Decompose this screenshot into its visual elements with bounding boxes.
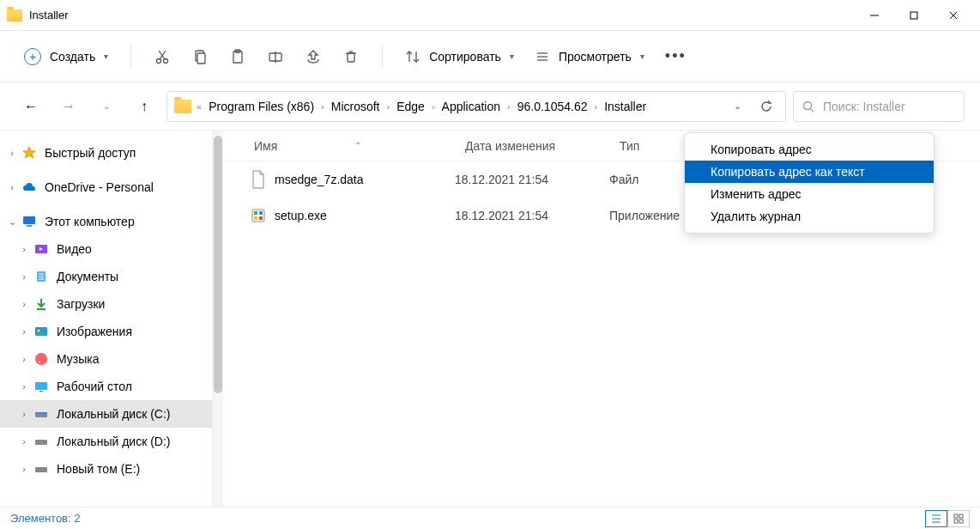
view-button[interactable]: Просмотреть ▾ bbox=[526, 44, 653, 70]
menu-delete-history[interactable]: Удалить журнал bbox=[685, 205, 934, 228]
expand-icon[interactable]: › bbox=[15, 381, 33, 392]
address-dropdown[interactable]: ⌄ bbox=[725, 94, 749, 119]
copy-button[interactable] bbox=[183, 40, 217, 74]
breadcrumbs: Program Files (x86)› Microsoft› Edge› Ap… bbox=[203, 100, 651, 113]
column-name[interactable]: Имя⌃ bbox=[223, 139, 455, 153]
tree-label: Рабочий стол bbox=[57, 380, 132, 393]
expand-icon[interactable]: › bbox=[15, 409, 33, 419]
menu-edit-address[interactable]: Изменить адрес bbox=[685, 183, 934, 205]
video-icon bbox=[33, 240, 50, 258]
address-bar[interactable]: « Program Files (x86)› Microsoft› Edge› … bbox=[166, 91, 786, 122]
paste-button[interactable] bbox=[221, 40, 255, 74]
tree-disk-d[interactable]: › Локальный диск (D:) bbox=[0, 428, 212, 455]
drive-icon bbox=[33, 460, 50, 477]
expand-icon[interactable]: › bbox=[15, 271, 33, 282]
separator bbox=[130, 45, 131, 69]
svg-rect-43 bbox=[35, 440, 47, 445]
breadcrumb-item[interactable]: Program Files (x86) bbox=[203, 100, 319, 113]
star-icon bbox=[21, 144, 38, 161]
svg-rect-53 bbox=[954, 514, 958, 518]
icons-view-button[interactable] bbox=[947, 510, 970, 527]
svg-point-22 bbox=[804, 101, 812, 109]
new-label: Создать bbox=[50, 50, 95, 64]
svg-line-7 bbox=[159, 51, 165, 59]
chevron-down-icon: ▾ bbox=[510, 52, 514, 61]
tree-this-pc[interactable]: ⌄ Этот компьютер bbox=[0, 208, 212, 235]
collapse-icon[interactable]: ⌄ bbox=[3, 216, 21, 228]
back-button[interactable]: ← bbox=[15, 91, 46, 122]
column-date[interactable]: Дата изменения bbox=[455, 139, 609, 153]
chevron-right-icon[interactable]: › bbox=[592, 101, 599, 112]
window-controls bbox=[855, 0, 973, 31]
tree-label: Документы bbox=[57, 270, 118, 283]
share-button[interactable] bbox=[296, 40, 330, 74]
breadcrumb-item[interactable]: Edge bbox=[391, 100, 430, 113]
up-button[interactable]: ↑ bbox=[129, 91, 160, 122]
expand-icon[interactable]: › bbox=[15, 299, 33, 309]
address-context-menu: Копировать адрес Копировать адрес как те… bbox=[684, 132, 935, 234]
chevron-right-icon[interactable]: › bbox=[385, 101, 392, 112]
tree-disk-c[interactable]: › Локальный диск (C:) bbox=[0, 400, 212, 428]
forward-button[interactable]: → bbox=[53, 91, 84, 122]
sort-button[interactable]: Сортировать ▾ bbox=[396, 44, 523, 70]
tree-label: Быстрый доступ bbox=[45, 146, 136, 160]
more-button[interactable]: ••• bbox=[656, 42, 695, 70]
svg-rect-44 bbox=[35, 467, 47, 472]
tree-disk-e[interactable]: › Новый том (E:) bbox=[0, 455, 212, 483]
download-icon bbox=[33, 295, 50, 313]
tree-pictures[interactable]: › Изображения bbox=[0, 318, 212, 345]
expand-icon[interactable]: › bbox=[15, 464, 33, 474]
svg-rect-25 bbox=[23, 216, 35, 224]
expand-icon[interactable]: › bbox=[3, 182, 21, 192]
tree-downloads[interactable]: › Загрузки bbox=[0, 290, 212, 318]
svg-rect-47 bbox=[259, 211, 263, 215]
tree-quick-access[interactable]: › Быстрый доступ bbox=[0, 139, 212, 167]
tree-videos[interactable]: › Видео bbox=[0, 235, 212, 263]
tree-documents[interactable]: › Документы bbox=[0, 263, 212, 290]
expand-icon[interactable]: › bbox=[15, 436, 33, 447]
expand-icon[interactable]: › bbox=[15, 354, 33, 364]
breadcrumb-item[interactable]: Microsoft bbox=[326, 100, 385, 113]
file-icon bbox=[249, 170, 268, 189]
chevron-right-icon[interactable]: › bbox=[430, 101, 437, 112]
recent-dropdown[interactable]: ⌄ bbox=[91, 91, 122, 122]
breadcrumb-item[interactable]: 96.0.1054.62 bbox=[512, 100, 593, 113]
menu-copy-address[interactable]: Копировать адрес bbox=[685, 138, 934, 161]
svg-rect-14 bbox=[348, 53, 354, 62]
close-button[interactable] bbox=[934, 0, 973, 31]
chevron-down-icon: ▾ bbox=[104, 52, 108, 61]
scrollbar-thumb[interactable] bbox=[214, 136, 222, 393]
details-view-button[interactable] bbox=[925, 510, 947, 527]
breadcrumb-item[interactable]: Application bbox=[437, 100, 506, 113]
svg-rect-56 bbox=[959, 520, 963, 523]
minimize-button[interactable] bbox=[855, 0, 894, 31]
search-input[interactable]: Поиск: Installer bbox=[793, 91, 965, 122]
tree-label: Локальный диск (C:) bbox=[57, 407, 171, 421]
delete-button[interactable] bbox=[334, 40, 368, 74]
navigation-bar: ← → ⌄ ↑ « Program Files (x86)› Microsoft… bbox=[0, 82, 980, 131]
rename-button[interactable] bbox=[258, 40, 293, 74]
cut-button[interactable] bbox=[145, 40, 179, 74]
refresh-button[interactable] bbox=[754, 94, 778, 119]
expand-icon[interactable]: › bbox=[15, 244, 33, 254]
separator bbox=[382, 45, 383, 69]
new-button[interactable]: + Создать ▾ bbox=[15, 43, 117, 70]
tree-onedrive[interactable]: › OneDrive - Personal bbox=[0, 173, 212, 201]
overflow-chevron[interactable]: « bbox=[195, 101, 203, 112]
tree-music[interactable]: › Музыка bbox=[0, 345, 212, 373]
sidebar-scrollbar[interactable] bbox=[213, 131, 223, 507]
title-bar: Installer bbox=[0, 0, 980, 31]
view-label: Просмотреть bbox=[559, 50, 632, 64]
tree-label: Изображения bbox=[57, 325, 132, 338]
tree-label: Музыка bbox=[57, 352, 100, 366]
chevron-right-icon[interactable]: › bbox=[319, 101, 326, 112]
drive-icon bbox=[33, 405, 50, 423]
music-icon bbox=[33, 350, 50, 368]
chevron-right-icon[interactable]: › bbox=[505, 101, 512, 112]
expand-icon[interactable]: › bbox=[3, 148, 21, 158]
tree-desktop[interactable]: › Рабочий стол bbox=[0, 373, 212, 400]
breadcrumb-item[interactable]: Installer bbox=[599, 100, 651, 113]
expand-icon[interactable]: › bbox=[15, 326, 33, 337]
maximize-button[interactable] bbox=[894, 0, 934, 31]
menu-copy-address-as-text[interactable]: Копировать адрес как текст bbox=[685, 161, 934, 183]
